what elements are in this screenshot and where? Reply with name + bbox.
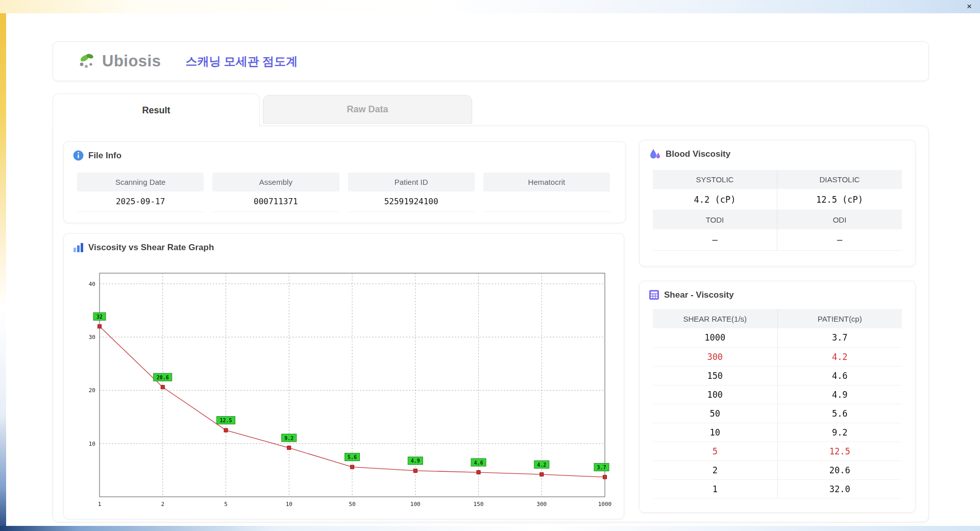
svg-text:5: 5 bbox=[224, 501, 228, 508]
shear-cell: 1 bbox=[653, 479, 777, 498]
shear-table-body: 10003.73004.21504.61004.9505.6109.2512.5… bbox=[653, 328, 902, 498]
viscosity-chart: 10203040125105010015030010003220.612.59.… bbox=[74, 258, 615, 513]
svg-text:10: 10 bbox=[286, 501, 292, 508]
odi-label: ODI bbox=[777, 210, 902, 229]
page-title: 스캐닝 모세관 점도계 bbox=[185, 54, 298, 69]
patient-cell: 3.7 bbox=[777, 328, 902, 347]
blood-viscosity-table: SYSTOLIC DIASTOLIC 4.2 (cP) 12.5 (cP) TO… bbox=[653, 170, 902, 251]
shear-cell: 10 bbox=[653, 423, 777, 442]
shear-cell: 100 bbox=[653, 385, 777, 404]
header-card: Ubiosis 스캐닝 모세관 점도계 bbox=[53, 41, 929, 81]
svg-text:20.6: 20.6 bbox=[157, 375, 169, 380]
svg-text:20: 20 bbox=[89, 387, 95, 394]
shear-table: SHEAR RATE(1/s) PATIENT(cp) 10003.73004.… bbox=[653, 309, 902, 499]
tab-raw-data[interactable]: Raw Data bbox=[263, 95, 472, 124]
content-panel: File Info Scanning Date 2025-09-17 Assem… bbox=[53, 126, 929, 522]
shear-table-header-row: SHEAR RATE(1/s) PATIENT(cp) bbox=[653, 309, 902, 328]
table-row: 10003.7 bbox=[653, 328, 902, 347]
table-row: 512.5 bbox=[653, 442, 902, 461]
shear-viscosity-title-text: Shear - Viscosity bbox=[664, 290, 734, 300]
table-row: 1504.6 bbox=[653, 366, 902, 385]
file-info-fields: Scanning Date 2025-09-17 Assembly 000711… bbox=[77, 173, 610, 212]
desktop-edge-left bbox=[0, 0, 6, 531]
systolic-label: SYSTOLIC bbox=[653, 170, 777, 189]
shear-cell: 1000 bbox=[653, 328, 777, 347]
blood-viscosity-title: Blood Viscosity bbox=[640, 140, 915, 160]
field-assembly: Assembly 000711371 bbox=[212, 173, 339, 212]
patient-cell: 12.5 bbox=[777, 442, 902, 461]
brand-logo: Ubiosis bbox=[78, 52, 161, 70]
svg-text:150: 150 bbox=[474, 501, 484, 508]
graph-title-text: Viscosity vs Shear Rate Graph bbox=[88, 243, 214, 253]
file-info-title: File Info bbox=[64, 142, 625, 161]
patient-cell: 9.2 bbox=[777, 423, 902, 442]
table-row: 1004.9 bbox=[653, 385, 902, 404]
field-value: 2025-09-17 bbox=[77, 191, 204, 212]
shear-cell: 5 bbox=[653, 442, 777, 461]
chart-wrap: 10203040125105010015030010003220.612.59.… bbox=[74, 258, 615, 515]
diastolic-value: 12.5 (cP) bbox=[777, 189, 902, 210]
bar-chart-icon bbox=[73, 242, 84, 253]
svg-text:4.6: 4.6 bbox=[474, 460, 483, 466]
shear-cell: 50 bbox=[653, 404, 777, 423]
svg-text:9.2: 9.2 bbox=[284, 436, 293, 441]
field-value: 000711371 bbox=[212, 191, 339, 212]
svg-text:12.5: 12.5 bbox=[219, 418, 232, 423]
graph-card: Viscosity vs Shear Rate Graph 1020304012… bbox=[63, 233, 624, 519]
app-window: Ubiosis 스캐닝 모세관 점도계 Result Raw Data File… bbox=[6, 13, 980, 526]
close-button[interactable]: × bbox=[964, 1, 975, 12]
svg-text:5.6: 5.6 bbox=[348, 454, 357, 460]
svg-text:32: 32 bbox=[96, 314, 103, 320]
table-row: 3004.2 bbox=[653, 347, 902, 366]
patient-cell: 4.2 bbox=[777, 347, 902, 366]
info-icon bbox=[73, 150, 84, 161]
window-titlebar bbox=[0, 0, 980, 13]
patient-cell: 4.6 bbox=[777, 366, 902, 385]
diastolic-label: DIASTOLIC bbox=[777, 170, 902, 189]
svg-text:300: 300 bbox=[536, 501, 547, 508]
desktop-edge-bottom bbox=[0, 526, 980, 531]
table-row: 505.6 bbox=[653, 404, 902, 423]
odi-value: – bbox=[777, 229, 902, 251]
shear-viscosity-card: Shear - Viscosity SHEAR RATE(1/s) PATIEN… bbox=[639, 281, 916, 513]
patient-cell: 4.9 bbox=[777, 385, 902, 404]
table-row: 109.2 bbox=[653, 423, 902, 442]
field-hematocrit: Hematocrit bbox=[483, 173, 610, 212]
shear-cell: 150 bbox=[653, 366, 777, 385]
graph-title: Viscosity vs Shear Rate Graph bbox=[64, 234, 624, 253]
svg-text:2: 2 bbox=[161, 501, 164, 508]
shear-cell: 2 bbox=[653, 461, 777, 479]
svg-text:100: 100 bbox=[410, 501, 421, 508]
shear-cell: 300 bbox=[653, 347, 777, 366]
blood-viscosity-title-text: Blood Viscosity bbox=[666, 149, 730, 159]
patient-cell: 32.0 bbox=[777, 479, 902, 498]
svg-text:4.9: 4.9 bbox=[411, 458, 420, 464]
file-info-card: File Info Scanning Date 2025-09-17 Assem… bbox=[63, 141, 626, 223]
todi-value: – bbox=[653, 229, 777, 251]
tab-result[interactable]: Result bbox=[53, 93, 260, 127]
ubiosis-logo-icon bbox=[78, 52, 99, 70]
field-value bbox=[483, 191, 610, 212]
systolic-value: 4.2 (cP) bbox=[653, 189, 777, 210]
svg-text:1000: 1000 bbox=[598, 501, 612, 508]
svg-text:40: 40 bbox=[89, 281, 95, 287]
tab-result-label: Result bbox=[142, 105, 170, 116]
tab-raw-data-label: Raw Data bbox=[347, 104, 388, 115]
close-icon: × bbox=[967, 2, 972, 12]
table-row: 132.0 bbox=[653, 479, 902, 498]
shear-viscosity-title: Shear - Viscosity bbox=[640, 281, 915, 300]
svg-text:50: 50 bbox=[349, 501, 355, 508]
blood-viscosity-card: Blood Viscosity SYSTOLIC DIASTOLIC 4.2 (… bbox=[639, 140, 916, 267]
field-label: Patient ID bbox=[348, 173, 475, 191]
blood-drops-icon bbox=[649, 149, 661, 160]
svg-text:30: 30 bbox=[89, 334, 95, 341]
field-scanning-date: Scanning Date 2025-09-17 bbox=[77, 173, 204, 212]
patient-column-header: PATIENT(cp) bbox=[777, 309, 902, 328]
brand-name: Ubiosis bbox=[102, 52, 161, 70]
shear-rate-column-header: SHEAR RATE(1/s) bbox=[653, 309, 777, 328]
svg-text:4.2: 4.2 bbox=[537, 462, 546, 468]
file-info-title-text: File Info bbox=[88, 151, 121, 161]
patient-cell: 5.6 bbox=[777, 404, 902, 423]
field-patient-id: Patient ID 52591924100 bbox=[348, 173, 475, 212]
svg-text:3.7: 3.7 bbox=[597, 465, 606, 470]
